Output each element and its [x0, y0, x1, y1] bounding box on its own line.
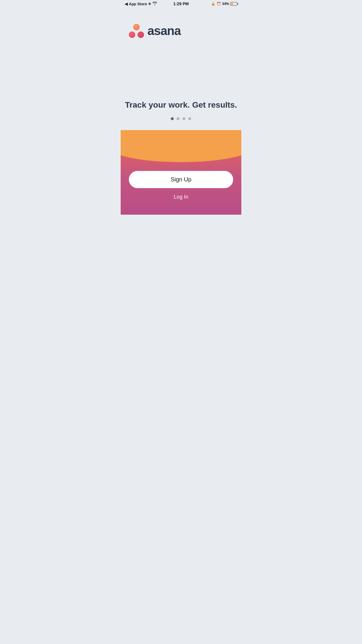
dot-2[interactable] [177, 117, 180, 120]
asana-wordmark: asana [147, 24, 181, 38]
logo-container: asana [129, 24, 181, 38]
tagline-text: Track your work. Get results. [125, 100, 237, 110]
app-store-label[interactable]: App Store [129, 2, 147, 6]
dot-1[interactable] [171, 117, 174, 120]
wifi-icon [152, 2, 157, 6]
app-screen: ◀ App Store ✈ 1:29 PM 🔒 ⏰ 34% [121, 0, 241, 215]
dot-3[interactable] [182, 117, 185, 120]
circle-bottom-right [138, 32, 144, 38]
page-dots [171, 117, 191, 120]
status-time: 1:29 PM [173, 1, 189, 6]
battery-indicator [230, 2, 237, 6]
status-left: ◀ App Store ✈ [125, 2, 157, 6]
circle-top [133, 24, 140, 30]
status-bar: ◀ App Store ✈ 1:29 PM 🔒 ⏰ 34% [121, 0, 241, 6]
status-right: 🔒 ⏰ 34% [211, 2, 237, 6]
airplane-icon: ✈ [148, 2, 151, 6]
circle-bottom-left [129, 32, 135, 38]
wave-orange [121, 130, 241, 162]
dot-4[interactable] [188, 117, 191, 120]
buttons-container: Sign Up Log In [121, 171, 241, 215]
signup-button[interactable]: Sign Up [129, 171, 233, 188]
asana-logo-circles [129, 24, 144, 38]
bottom-section: Sign Up Log In [121, 130, 241, 215]
main-content: asana Track your work. Get results. [121, 6, 241, 141]
battery-percent: 34% [222, 2, 229, 6]
tagline-area: Track your work. Get results. [121, 100, 241, 120]
alarm-icon: ⏰ [217, 2, 221, 6]
lock-icon: 🔒 [211, 2, 215, 6]
login-button[interactable]: Log In [174, 194, 188, 200]
back-arrow: ◀ [125, 2, 128, 6]
